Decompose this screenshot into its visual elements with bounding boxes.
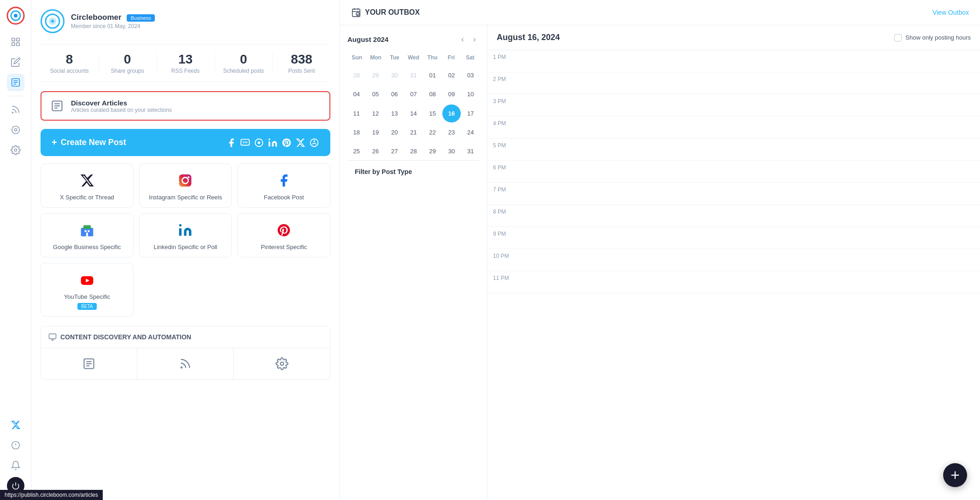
post-type-youtube[interactable]: YouTube Specific BETA <box>41 263 134 317</box>
fab-icon <box>950 470 960 480</box>
cal-day[interactable]: 22 <box>423 123 441 141</box>
cal-day[interactable]: 11 <box>347 105 365 122</box>
cal-day[interactable]: 13 <box>386 105 404 122</box>
youtube-icon <box>80 273 94 289</box>
time-label: 7 PM <box>487 183 515 197</box>
cal-day[interactable]: 16 <box>442 105 460 122</box>
cal-day[interactable]: 18 <box>347 123 365 141</box>
cal-day[interactable]: 19 <box>366 123 384 141</box>
cal-day[interactable]: 30 <box>386 66 404 84</box>
next-month-button[interactable]: › <box>469 33 480 46</box>
time-slot: 11 PM <box>487 271 980 293</box>
cal-day[interactable]: 05 <box>366 85 384 103</box>
cal-day[interactable]: 20 <box>386 123 404 141</box>
cd-articles-icon <box>82 357 95 370</box>
svg-point-12 <box>14 128 17 131</box>
profile-since: Member since 01 May, 2024 <box>71 23 155 29</box>
posting-hours-toggle[interactable]: Show only posting hours <box>894 34 971 41</box>
posting-hours-checkbox[interactable] <box>894 34 902 41</box>
sidebar-item-analytics[interactable] <box>7 121 24 139</box>
cal-day[interactable]: 08 <box>423 85 441 103</box>
time-label: 2 PM <box>487 72 515 86</box>
cal-day[interactable]: 25 <box>347 142 365 160</box>
cal-day[interactable]: 28 <box>347 66 365 84</box>
cal-day[interactable]: 04 <box>347 85 365 103</box>
google-business-icon <box>80 223 94 239</box>
posting-hours-label: Show only posting hours <box>905 34 971 41</box>
cal-day[interactable]: 30 <box>442 142 460 160</box>
sidebar-item-dashboard[interactable] <box>7 33 24 51</box>
time-slot: 3 PM <box>487 94 980 116</box>
cal-day[interactable]: 17 <box>462 105 480 122</box>
create-post-label: Create New Post <box>61 138 126 147</box>
time-content <box>515 139 980 146</box>
cd-automation-card[interactable] <box>234 348 330 379</box>
cal-day[interactable]: 27 <box>386 142 404 160</box>
stat-rss-feeds: 13 RSS Feeds <box>157 52 215 74</box>
time-content <box>515 271 980 279</box>
cal-day[interactable]: 26 <box>366 142 384 160</box>
cal-day[interactable]: 01 <box>423 66 441 84</box>
cal-day[interactable]: 31 <box>462 142 480 160</box>
post-type-pinterest[interactable]: Pinterest Specific <box>237 213 330 257</box>
time-content <box>515 94 980 102</box>
cal-day[interactable]: 12 <box>366 105 384 122</box>
cal-day[interactable]: 09 <box>442 85 460 103</box>
cal-day[interactable]: 31 <box>405 66 423 84</box>
sidebar-item-info[interactable] <box>7 436 24 454</box>
cal-day[interactable]: 28 <box>405 142 423 160</box>
schedule-header: August 16, 2024 Show only posting hours <box>487 25 980 50</box>
pinterest-icon <box>276 223 291 239</box>
instagram-label: Instagram Specific or Reels <box>149 194 222 201</box>
sidebar-item-settings[interactable] <box>7 141 24 159</box>
sidebar-item-articles[interactable] <box>7 74 24 91</box>
svg-rect-32 <box>179 174 192 187</box>
svg-rect-38 <box>88 230 89 232</box>
time-slot: 8 PM <box>487 205 980 227</box>
main-content: Circleboomer Business Member since 01 Ma… <box>31 0 980 500</box>
svg-point-2 <box>14 14 18 17</box>
cd-articles-card[interactable] <box>41 348 137 379</box>
fab-button[interactable] <box>943 463 967 487</box>
cal-day[interactable]: 29 <box>423 142 441 160</box>
post-type-google-business[interactable]: Google Business Specific <box>41 213 134 257</box>
post-type-linkedin[interactable]: Linkedin Specific or Poll <box>139 213 232 257</box>
sidebar-item-twitter[interactable] <box>7 416 24 434</box>
cal-day[interactable]: 23 <box>442 123 460 141</box>
svg-point-13 <box>12 126 19 134</box>
calendar-container: August 2024 ‹ › Sun Mon Tue Wed Thu Fri … <box>340 25 980 500</box>
time-slot: 5 PM <box>487 139 980 161</box>
create-new-post-button[interactable]: + Create New Post <box>41 129 330 156</box>
post-type-x[interactable]: X Specific or Thread <box>41 163 134 208</box>
time-label: 3 PM <box>487 94 515 108</box>
post-type-facebook[interactable]: Facebook Post <box>237 163 330 208</box>
sidebar-item-notifications[interactable] <box>7 457 24 474</box>
app-logo[interactable] <box>6 6 26 26</box>
sidebar-item-feed[interactable] <box>7 101 24 118</box>
cal-day[interactable]: 24 <box>462 123 480 141</box>
cal-day[interactable]: 29 <box>366 66 384 84</box>
cal-day[interactable]: 06 <box>386 85 404 103</box>
sidebar-item-compose[interactable] <box>7 53 24 71</box>
instagram-icon <box>178 173 193 189</box>
svg-rect-36 <box>83 225 91 229</box>
cal-day[interactable]: 14 <box>405 105 423 122</box>
cd-rss-card[interactable] <box>137 348 234 379</box>
cal-day[interactable]: 21 <box>405 123 423 141</box>
cal-day[interactable]: 03 <box>462 66 480 84</box>
discover-articles[interactable]: Discover Articles Articles curated based… <box>41 91 330 121</box>
cal-day[interactable]: 02 <box>442 66 460 84</box>
view-outbox-link[interactable]: View Outbox <box>933 9 969 16</box>
stat-number-scheduled: 0 <box>215 52 272 67</box>
cal-day[interactable]: 10 <box>462 85 480 103</box>
cal-day[interactable]: 15 <box>423 105 441 122</box>
time-label: 5 PM <box>487 139 515 152</box>
time-label: 4 PM <box>487 116 515 130</box>
post-type-instagram[interactable]: Instagram Specific or Reels <box>139 163 232 208</box>
discover-articles-title: Discover Articles <box>71 99 172 107</box>
cal-day[interactable]: 07 <box>405 85 423 103</box>
prev-month-button[interactable]: ‹ <box>458 33 468 46</box>
svg-point-31 <box>313 140 315 142</box>
stat-social-accounts: 8 Social accounts <box>41 52 99 74</box>
svg-rect-4 <box>16 38 19 41</box>
